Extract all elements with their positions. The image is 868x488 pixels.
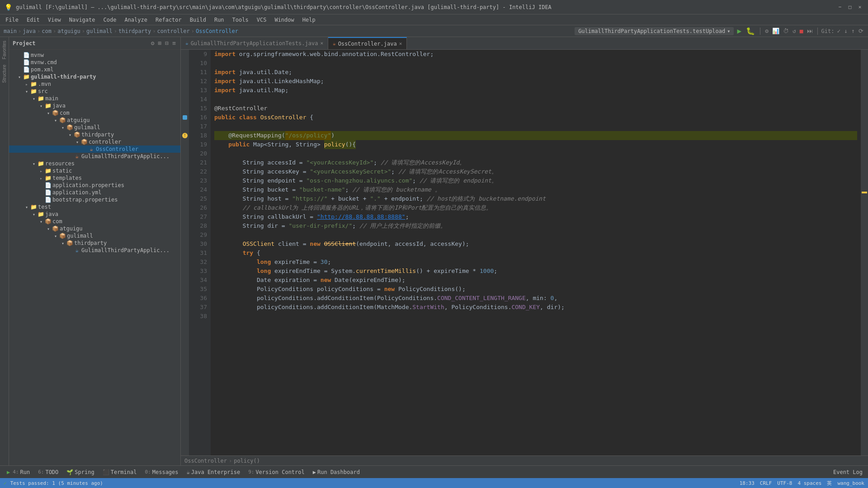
tree-item-templates[interactable]: ▸ 📁 templates bbox=[9, 174, 180, 182]
git-history-icon[interactable]: ⟳ bbox=[858, 27, 864, 35]
eventlog-tool-tab[interactable]: Event Log bbox=[830, 468, 866, 476]
breadcrumb-com[interactable]: com bbox=[42, 28, 52, 34]
tree-item-test-com[interactable]: ▾ 📦 com bbox=[9, 218, 180, 225]
test-atguigu-icon: 📦 bbox=[52, 225, 59, 232]
code-line-19: public Map<String, String> policy(){ bbox=[214, 140, 857, 149]
favorites-tab[interactable]: Favorites bbox=[1, 39, 8, 61]
tab-osscontroller[interactable]: ☕ OssController.java ✕ bbox=[328, 37, 407, 49]
tree-item-controller-pkg[interactable]: ▾ 📦 controller bbox=[9, 138, 180, 145]
tree-item-osscontroller[interactable]: ☕ OssController bbox=[9, 145, 180, 153]
vcs-tool-tab[interactable]: 9: Version Control bbox=[245, 468, 308, 476]
breadcrumb-gulimall[interactable]: gulimall bbox=[86, 28, 113, 34]
menu-edit[interactable]: Edit bbox=[23, 16, 43, 24]
tree-item-app-props[interactable]: 📄 application.properties bbox=[9, 182, 180, 189]
maximize-button[interactable]: □ bbox=[846, 4, 854, 11]
structure-tab[interactable]: Structure bbox=[1, 63, 8, 85]
breadcrumb-atguigu[interactable]: atguigu bbox=[57, 28, 80, 34]
tree-item-test-thirdparty[interactable]: ▾ 📦 thirdparty bbox=[9, 239, 180, 247]
test-java-icon: 📁 bbox=[37, 211, 44, 217]
sidebar-settings-icon[interactable]: ≡ bbox=[171, 39, 177, 47]
tree-item-pom[interactable]: 📄 pom.xml bbox=[9, 66, 180, 73]
git-push-icon[interactable]: ↑ bbox=[850, 27, 856, 35]
menu-navigate[interactable]: Navigate bbox=[66, 16, 99, 24]
stop-icon[interactable]: ■ bbox=[799, 27, 804, 35]
enterprise-tool-tab[interactable]: ☕ Java Enterprise bbox=[183, 468, 244, 476]
git-update-icon[interactable]: ↓ bbox=[843, 27, 849, 35]
title-bar-controls[interactable]: − □ ✕ bbox=[836, 4, 863, 11]
messages-tool-tab[interactable]: 0: Messages bbox=[141, 468, 182, 476]
sidebar-gear-icon[interactable]: ⚙ bbox=[150, 39, 156, 47]
menu-analyze[interactable]: Analyze bbox=[121, 16, 151, 24]
menu-tools[interactable]: Tools bbox=[229, 16, 252, 24]
coverage-icon[interactable]: 📊 bbox=[771, 27, 780, 35]
tree-item-bootstrap-props[interactable]: 📄 bootstrap.properties bbox=[9, 196, 180, 203]
breadcrumb-osscontroller[interactable]: OssController bbox=[196, 28, 238, 34]
tree-item-src[interactable]: ▾ 📁 src bbox=[9, 88, 180, 95]
debug-button[interactable]: 🐛 bbox=[745, 27, 756, 35]
tree-item-module[interactable]: ▾ 📁 gulimall-third-party bbox=[9, 73, 180, 80]
sidebar-expand-icon[interactable]: ⊞ bbox=[157, 39, 163, 47]
tree-item-main-app[interactable]: ☕ GulimallThirdPartyApplic... bbox=[9, 153, 180, 160]
editor-bc-osscontroller[interactable]: OssController bbox=[184, 458, 227, 464]
tree-item-test[interactable]: ▾ 📁 test bbox=[9, 203, 180, 211]
run-button[interactable]: ▶ bbox=[736, 27, 743, 35]
code-line-17 bbox=[214, 122, 857, 131]
tree-item-mvn[interactable]: ▸ 📁 .mvn bbox=[9, 80, 180, 88]
profile-icon[interactable]: ⏱ bbox=[782, 27, 790, 35]
tree-item-mvnw[interactable]: 📄 mvnw bbox=[9, 52, 180, 59]
scroll-warning-marker bbox=[862, 192, 867, 193]
tree-item-mvnw-cmd[interactable]: 📄 mvnw.cmd bbox=[9, 59, 180, 66]
messages-tool-number: 0: bbox=[145, 469, 151, 475]
code-line-32: long expireTime = 30; bbox=[214, 258, 857, 267]
menu-vcs[interactable]: VCS bbox=[253, 16, 270, 24]
menu-file[interactable]: File bbox=[2, 16, 22, 24]
close-button[interactable]: ✕ bbox=[856, 4, 863, 11]
tree-item-main[interactable]: ▾ 📁 main bbox=[9, 95, 180, 102]
menu-view[interactable]: View bbox=[44, 16, 65, 24]
tree-item-resources[interactable]: ▾ 📁 resources bbox=[9, 160, 180, 167]
spring-tool-tab[interactable]: 🌱 Spring bbox=[63, 468, 98, 476]
terminal-tool-tab[interactable]: ⬛ Terminal bbox=[99, 468, 141, 476]
tree-item-test-app[interactable]: ☕ GulimallThirdPartyApplic... bbox=[9, 247, 180, 254]
menu-refactor[interactable]: Refactor bbox=[152, 16, 185, 24]
thirdparty-pkg-icon: 📦 bbox=[73, 131, 80, 138]
breadcrumb-controller[interactable]: controller bbox=[157, 28, 190, 34]
git-check-icon[interactable]: ✓ bbox=[836, 27, 842, 35]
minimize-button[interactable]: − bbox=[836, 4, 844, 11]
tree-item-test-java[interactable]: ▾ 📁 java bbox=[9, 211, 180, 218]
line-num-34: 34 bbox=[191, 276, 207, 285]
code-content[interactable]: import org.springframework.web.bind.anno… bbox=[211, 50, 861, 455]
tree-item-atguigu[interactable]: ▾ 📦 atguigu bbox=[9, 117, 180, 124]
main-folder-label: main bbox=[44, 95, 58, 102]
tab-test[interactable]: ☕ GulimallThirdPartyApplicationTests.jav… bbox=[181, 37, 328, 49]
run-tool-tab[interactable]: ▶ 4: Run bbox=[2, 468, 33, 476]
step-icon[interactable]: ⏭ bbox=[806, 27, 814, 35]
todo-tool-tab[interactable]: 6: TODO bbox=[34, 468, 62, 476]
menu-help[interactable]: Help bbox=[299, 16, 319, 24]
menu-build[interactable]: Build bbox=[186, 16, 210, 24]
tree-item-test-gulimall[interactable]: ▾ 📦 gulimall bbox=[9, 232, 180, 239]
pom-label: pom.xml bbox=[30, 66, 54, 73]
test-tab-close[interactable]: ✕ bbox=[320, 40, 323, 46]
editor-bc-policy[interactable]: policy() bbox=[234, 458, 260, 464]
tree-item-gulimall-pkg[interactable]: ▾ 📦 gulimall bbox=[9, 124, 180, 131]
build-icon[interactable]: ⚙ bbox=[764, 27, 769, 35]
tree-item-app-yml[interactable]: 📄 application.yml bbox=[9, 189, 180, 196]
menu-window[interactable]: Window bbox=[271, 16, 297, 24]
breadcrumb-java[interactable]: java bbox=[23, 28, 36, 34]
oss-tab-close[interactable]: ✕ bbox=[399, 41, 402, 47]
tree-item-thirdparty-pkg[interactable]: ▾ 📦 thirdparty bbox=[9, 131, 180, 138]
tree-item-test-atguigu[interactable]: ▾ 📦 atguigu bbox=[9, 225, 180, 232]
menu-code[interactable]: Code bbox=[100, 16, 120, 24]
sidebar-collapse-icon[interactable]: ⊟ bbox=[164, 39, 170, 47]
breadcrumb-main[interactable]: main bbox=[4, 28, 17, 34]
breadcrumb-thirdparty[interactable]: thirdparty bbox=[118, 28, 151, 34]
menu-run[interactable]: Run bbox=[211, 16, 228, 24]
tree-item-static[interactable]: ▸ 📁 static bbox=[9, 167, 180, 174]
tree-item-com[interactable]: ▾ 📦 com bbox=[9, 109, 180, 117]
spring-tool-label: Spring bbox=[75, 469, 94, 475]
run-config-selector[interactable]: GulimallThirdPartyApplicationTests.testU… bbox=[575, 27, 734, 35]
tree-item-java-folder[interactable]: ▾ 📁 java bbox=[9, 102, 180, 109]
rundashboard-tool-tab[interactable]: ▶ Run Dashboard bbox=[309, 468, 363, 476]
reload-icon[interactable]: ↺ bbox=[792, 27, 797, 35]
